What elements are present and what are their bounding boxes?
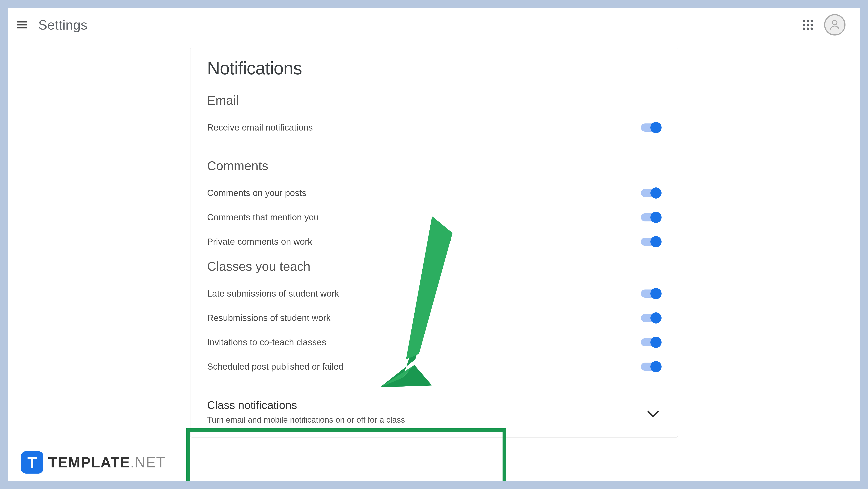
comments-teach-section: Comments Comments on your posts Comments… bbox=[190, 147, 678, 386]
teach-section-label: Classes you teach bbox=[207, 259, 661, 273]
row-comments-posts: Comments on your posts bbox=[207, 181, 661, 205]
account-avatar-icon[interactable] bbox=[824, 14, 845, 35]
app-window: Settings Notifications Email bbox=[8, 8, 860, 481]
apps-icon[interactable] bbox=[803, 20, 813, 30]
main-content: Notifications Email Receive email notifi… bbox=[8, 42, 860, 438]
label-teach-resub: Resubmissions of student work bbox=[207, 313, 331, 323]
chevron-down-icon bbox=[647, 406, 659, 417]
label-comments-mention: Comments that mention you bbox=[207, 212, 319, 222]
email-section-label: Email bbox=[207, 93, 661, 107]
class-notifications-row[interactable]: Class notifications Turn email and mobil… bbox=[190, 386, 678, 437]
watermark-text-bold: TEMPLATE bbox=[48, 454, 130, 470]
row-comments-private: Private comments on work bbox=[207, 229, 661, 254]
header-left: Settings bbox=[17, 17, 87, 33]
class-notifications-subtitle: Turn email and mobile notifications on o… bbox=[207, 415, 405, 424]
toggle-receive-email[interactable] bbox=[641, 124, 661, 132]
teach-section: Classes you teach Late submissions of st… bbox=[207, 259, 661, 379]
toggle-teach-resub[interactable] bbox=[641, 314, 661, 322]
watermark-text: TEMPLATE.NET bbox=[48, 454, 165, 471]
label-teach-invite: Invitations to co-teach classes bbox=[207, 337, 326, 347]
label-comments-private: Private comments on work bbox=[207, 236, 312, 247]
toggle-teach-late[interactable] bbox=[641, 290, 661, 298]
page-title: Settings bbox=[38, 17, 87, 33]
svg-point-0 bbox=[833, 21, 837, 25]
label-comments-posts: Comments on your posts bbox=[207, 188, 307, 198]
app-header: Settings bbox=[8, 8, 860, 42]
header-right bbox=[803, 14, 851, 35]
row-teach-sched: Scheduled post published or failed bbox=[207, 354, 661, 379]
row-teach-invite: Invitations to co-teach classes bbox=[207, 330, 661, 354]
toggle-teach-sched[interactable] bbox=[641, 363, 661, 371]
row-receive-email: Receive email notifications bbox=[207, 115, 661, 140]
toggle-teach-invite[interactable] bbox=[641, 338, 661, 347]
toggle-comments-posts[interactable] bbox=[641, 189, 661, 197]
menu-icon[interactable] bbox=[17, 21, 27, 28]
comments-section: Comments Comments on your posts Comments… bbox=[207, 158, 661, 254]
notifications-card: Notifications Email Receive email notifi… bbox=[190, 47, 678, 438]
email-section: Email Receive email notifications bbox=[207, 93, 661, 140]
toggle-comments-mention[interactable] bbox=[641, 213, 661, 222]
row-comments-mention: Comments that mention you bbox=[207, 205, 661, 229]
notifications-heading: Notifications bbox=[207, 58, 661, 78]
row-teach-late: Late submissions of student work bbox=[207, 281, 661, 306]
class-notifications-title: Class notifications bbox=[207, 399, 405, 412]
watermark: T TEMPLATE.NET bbox=[21, 451, 165, 474]
label-teach-sched: Scheduled post published or failed bbox=[207, 361, 344, 372]
comments-section-label: Comments bbox=[207, 158, 661, 173]
watermark-text-lite: .NET bbox=[130, 454, 165, 470]
toggle-comments-private[interactable] bbox=[641, 238, 661, 246]
watermark-tile: T bbox=[21, 451, 43, 474]
notifications-top-section: Notifications Email Receive email notifi… bbox=[190, 47, 678, 147]
row-teach-resub: Resubmissions of student work bbox=[207, 306, 661, 330]
label-teach-late: Late submissions of student work bbox=[207, 288, 339, 299]
label-receive-email: Receive email notifications bbox=[207, 122, 313, 133]
class-notifications-text: Class notifications Turn email and mobil… bbox=[207, 399, 405, 424]
